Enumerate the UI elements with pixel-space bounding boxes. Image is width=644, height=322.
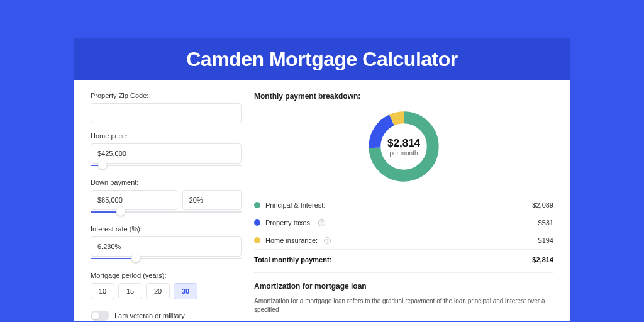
donut-chart: $2,814 per month bbox=[365, 108, 442, 185]
header-spacer bbox=[0, 0, 644, 38]
period-options: 10152030 bbox=[91, 283, 242, 299]
legend-label: Principal & Interest: bbox=[265, 201, 325, 209]
calculator-card: Property Zip Code: Home price: Down paym… bbox=[74, 80, 570, 321]
rate-slider[interactable] bbox=[91, 255, 242, 263]
help-icon[interactable]: ? bbox=[318, 219, 325, 226]
legend-label: Property taxes: bbox=[265, 219, 312, 226]
zip-input[interactable] bbox=[91, 103, 242, 123]
period-option-20[interactable]: 20 bbox=[146, 283, 170, 299]
price-field-group: Home price: bbox=[91, 132, 242, 170]
donut-sub: per month bbox=[389, 150, 418, 157]
amort-title: Amortization for mortgage loan bbox=[254, 282, 553, 291]
breakdown-panel: Monthly payment breakdown: $2,814 per mo… bbox=[254, 92, 553, 321]
price-label: Home price: bbox=[91, 132, 242, 140]
legend-row: Property taxes:?$531 bbox=[254, 214, 553, 231]
legend-value: $194 bbox=[538, 236, 553, 244]
down-slider[interactable] bbox=[91, 209, 242, 216]
down-amount-input[interactable] bbox=[91, 190, 177, 210]
period-option-30[interactable]: 30 bbox=[174, 283, 197, 299]
breakdown-title: Monthly payment breakdown: bbox=[254, 92, 553, 101]
rate-slider-thumb[interactable] bbox=[131, 253, 140, 262]
rate-input[interactable] bbox=[91, 236, 242, 257]
legend: Principal & Interest:$2,089Property taxe… bbox=[254, 196, 553, 249]
veteran-label: I am veteran or military bbox=[114, 312, 185, 319]
period-option-15[interactable]: 15 bbox=[118, 283, 142, 299]
toggle-knob-icon bbox=[92, 312, 99, 319]
rate-label: Interest rate (%): bbox=[91, 225, 242, 233]
amortization-section: Amortization for mortgage loan Amortizat… bbox=[254, 272, 553, 314]
donut-wrap: $2,814 per month bbox=[254, 108, 553, 185]
legend-dot-icon bbox=[254, 219, 260, 226]
legend-row: Home insurance:?$194 bbox=[254, 231, 553, 249]
down-label: Down payment: bbox=[91, 179, 242, 186]
legend-value: $2,089 bbox=[532, 201, 553, 209]
down-percent-input[interactable] bbox=[182, 190, 242, 210]
price-slider[interactable] bbox=[91, 162, 242, 170]
legend-value: $531 bbox=[538, 219, 553, 226]
total-value: $2,814 bbox=[532, 256, 553, 264]
input-panel: Property Zip Code: Home price: Down paym… bbox=[91, 92, 242, 321]
total-label: Total monthly payment: bbox=[254, 256, 331, 264]
title-bar: Camden Mortgage Calculator bbox=[74, 38, 570, 80]
legend-label: Home insurance: bbox=[265, 236, 318, 244]
price-slider-thumb[interactable] bbox=[98, 160, 107, 169]
down-slider-thumb[interactable] bbox=[116, 207, 125, 216]
legend-dot-icon bbox=[254, 237, 260, 243]
veteran-toggle[interactable] bbox=[91, 311, 109, 321]
rate-field-group: Interest rate (%): bbox=[91, 225, 242, 263]
period-field-group: Mortgage period (years): 10152030 bbox=[91, 272, 242, 299]
price-input[interactable] bbox=[91, 143, 242, 164]
donut-amount: $2,814 bbox=[387, 137, 420, 150]
help-icon[interactable]: ? bbox=[324, 237, 331, 244]
veteran-toggle-row: I am veteran or military bbox=[91, 311, 242, 321]
period-label: Mortgage period (years): bbox=[91, 272, 242, 279]
total-row: Total monthly payment: $2,814 bbox=[254, 249, 553, 270]
period-option-10[interactable]: 10 bbox=[91, 283, 114, 299]
zip-label: Property Zip Code: bbox=[91, 92, 242, 99]
page-title: Camden Mortgage Calculator bbox=[186, 48, 458, 71]
down-field-group: Down payment: bbox=[91, 179, 242, 216]
donut-center: $2,814 per month bbox=[365, 108, 442, 185]
legend-row: Principal & Interest:$2,089 bbox=[254, 196, 553, 214]
legend-dot-icon bbox=[254, 202, 260, 208]
amort-text: Amortization for a mortgage loan refers … bbox=[254, 297, 553, 314]
zip-field-group: Property Zip Code: bbox=[91, 92, 242, 123]
